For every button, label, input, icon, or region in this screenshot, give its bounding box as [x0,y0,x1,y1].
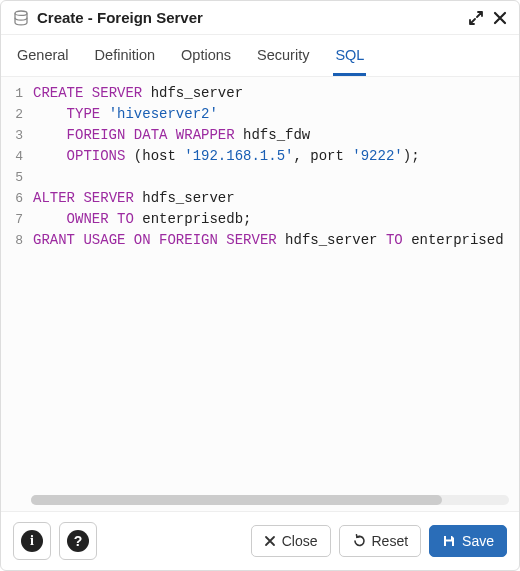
svg-point-0 [15,11,27,15]
token-ident: hdfs_server [142,190,234,206]
tab-security[interactable]: Security [255,35,311,76]
svg-rect-1 [446,536,451,540]
token-ident: hdfs_fdw [243,127,310,143]
reset-icon [352,534,366,548]
token-ident: hdfs_server [151,85,243,101]
tab-general[interactable]: General [15,35,71,76]
close-icon[interactable] [493,11,507,25]
x-icon [264,535,276,547]
reset-label: Reset [372,533,409,549]
token-kw: TO [386,232,403,248]
token-kw: SERVER [226,232,276,248]
close-button[interactable]: Close [251,525,331,557]
database-icon [13,10,29,26]
token-kw: GRANT [33,232,75,248]
svg-rect-2 [446,542,452,547]
create-foreign-server-dialog: Create - Foreign Server General Definiti… [0,0,520,571]
token-kw: FOREIGN [159,232,218,248]
token-paren: ) [403,148,411,164]
tab-sql[interactable]: SQL [333,35,366,76]
dialog-header: Create - Foreign Server [1,1,519,35]
line-number-gutter: 12345678 [1,77,29,511]
line-number: 8 [1,230,23,251]
line-number: 4 [1,146,23,167]
token-kw: WRAPPER [176,127,235,143]
token-ident: port [310,148,344,164]
save-icon [442,534,456,548]
dialog-footer: i ? Close Reset [1,511,519,570]
close-label: Close [282,533,318,549]
line-number: 6 [1,188,23,209]
reset-button[interactable]: Reset [339,525,422,557]
token-str: '9222' [352,148,402,164]
token-semi: ; [411,148,419,164]
tab-options[interactable]: Options [179,35,233,76]
help-button[interactable]: ? [59,522,97,560]
line-number: 2 [1,104,23,125]
token-kw: FOREIGN [67,127,126,143]
token-ident: hdfs_server [285,232,377,248]
token-comma: , [293,148,301,164]
save-button[interactable]: Save [429,525,507,557]
line-number: 5 [1,167,23,188]
token-kw: TYPE [67,106,101,122]
token-ident: enterprised [411,232,503,248]
token-kw: SERVER [83,190,133,206]
token-kw: ON [134,232,151,248]
save-label: Save [462,533,494,549]
tabs: General Definition Options Security SQL [1,35,519,77]
scrollbar-thumb[interactable] [31,495,442,505]
token-str: '192.168.1.5' [184,148,293,164]
token-kw: TO [117,211,134,227]
tab-definition[interactable]: Definition [93,35,157,76]
dialog-title: Create - Foreign Server [37,9,461,26]
line-number: 7 [1,209,23,230]
token-kw: SERVER [92,85,142,101]
info-icon: i [21,530,43,552]
info-button[interactable]: i [13,522,51,560]
token-kw: CREATE [33,85,83,101]
token-kw: USAGE [83,232,125,248]
token-kw: OPTIONS [67,148,126,164]
token-kw: DATA [134,127,168,143]
horizontal-scrollbar[interactable] [31,495,509,505]
token-str: 'hiveserver2' [109,106,218,122]
token-semi: ; [243,211,251,227]
token-ident: host [142,148,176,164]
help-icon: ? [67,530,89,552]
sql-code[interactable]: CREATE SERVER hdfs_server TYPE 'hiveserv… [29,77,519,511]
token-kw: OWNER [67,211,109,227]
line-number: 3 [1,125,23,146]
sql-editor[interactable]: 12345678 CREATE SERVER hdfs_server TYPE … [1,77,519,511]
token-kw: ALTER [33,190,75,206]
token-paren: ( [134,148,142,164]
token-ident: enterprisedb [142,211,243,227]
expand-icon[interactable] [469,11,483,25]
line-number: 1 [1,83,23,104]
